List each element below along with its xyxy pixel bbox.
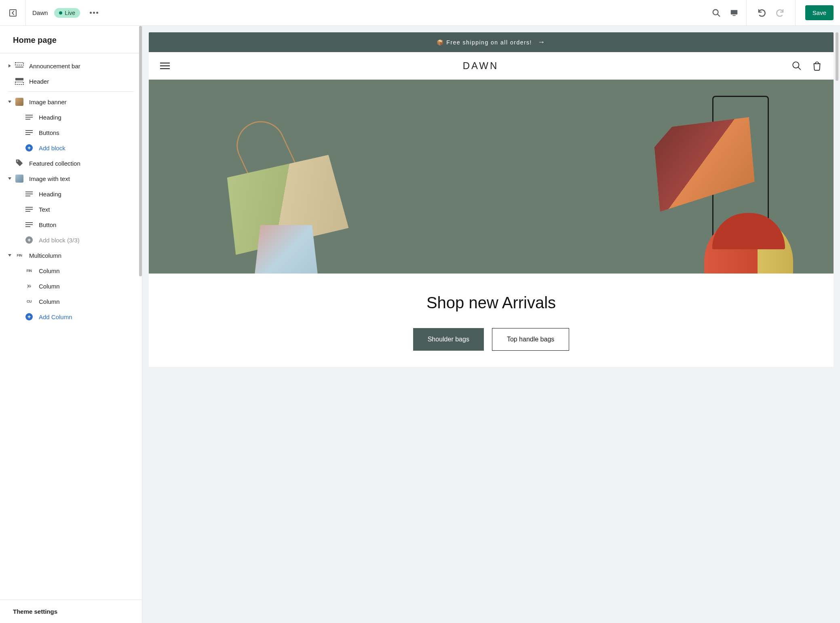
arrow-right-icon: → <box>538 38 546 46</box>
bag-icon <box>812 61 822 71</box>
scrollbar[interactable] <box>139 26 142 276</box>
save-button[interactable]: Save <box>805 5 834 20</box>
header-icon <box>15 77 24 85</box>
preview-frame: 📦 Free shipping on all orders! → DAWN <box>149 32 834 367</box>
desktop-icon <box>730 8 739 17</box>
add-label: Add block <box>39 237 65 244</box>
more-menu-button[interactable] <box>90 12 98 14</box>
block-text[interactable]: Text <box>0 202 142 217</box>
banner-primary-button[interactable]: Shoulder bags <box>413 328 484 351</box>
page-title: Home page <box>0 26 142 53</box>
block-heading[interactable]: Heading <box>0 109 142 125</box>
redo-button[interactable] <box>771 4 789 22</box>
section-label: Announcement bar <box>29 63 135 69</box>
cart-button[interactable] <box>812 61 822 71</box>
column-thumb-icon: )G <box>24 282 34 290</box>
svg-rect-13 <box>25 134 30 135</box>
add-label: Add block <box>39 145 135 152</box>
announcement-text: 📦 Free shipping on all orders! <box>437 39 532 46</box>
block-label: Column <box>39 283 135 290</box>
svg-rect-8 <box>25 115 33 116</box>
block-label: Button <box>39 221 135 228</box>
back-button[interactable] <box>0 0 26 25</box>
section-header[interactable]: Header <box>0 74 142 89</box>
caret-down-icon[interactable] <box>6 177 13 181</box>
block-buttons[interactable]: Buttons <box>0 125 142 140</box>
banner-secondary-button[interactable]: Top handle bags <box>492 328 569 351</box>
section-label: Multicolumn <box>29 252 135 259</box>
section-label: Image with text <box>29 175 135 182</box>
svg-rect-5 <box>15 67 23 67</box>
plus-circle-icon: + <box>24 144 34 152</box>
section-image-banner[interactable]: Image banner <box>0 94 142 109</box>
svg-rect-3 <box>732 15 735 16</box>
block-column[interactable]: CU Column <box>0 294 142 309</box>
block-column[interactable]: )G Column <box>0 278 142 294</box>
block-label: Column <box>39 267 135 274</box>
exit-icon <box>8 8 18 18</box>
section-announcement-bar[interactable]: Announcement bar <box>0 58 142 74</box>
svg-point-24 <box>793 62 799 68</box>
tag-icon <box>15 159 24 167</box>
add-column-button[interactable]: + Add Column <box>0 309 142 324</box>
section-image-with-text[interactable]: Image with text <box>0 171 142 186</box>
block-label: Heading <box>39 114 135 121</box>
section-multicolumn[interactable]: FIN Multicolumn <box>0 248 142 263</box>
image-with-text-icon <box>15 175 24 183</box>
search-button[interactable] <box>707 4 725 22</box>
status-label: Live <box>65 10 75 16</box>
svg-rect-16 <box>25 194 33 194</box>
plus-circle-icon: + <box>24 313 34 321</box>
banner-heading[interactable]: Shop new Arrivals <box>157 294 825 312</box>
store-logo[interactable]: DAWN <box>463 60 498 72</box>
svg-rect-23 <box>25 226 30 227</box>
banner-image <box>149 80 834 274</box>
block-count: (3/3) <box>67 237 80 244</box>
svg-point-14 <box>17 160 18 162</box>
sidebar: Home page Announcement bar <box>0 26 142 623</box>
plus-circle-icon: + <box>24 236 34 244</box>
add-block-button[interactable]: + Add block <box>0 140 142 156</box>
image-banner[interactable] <box>149 80 834 274</box>
add-label: Add Column <box>39 314 135 320</box>
undo-button[interactable] <box>753 4 771 22</box>
text-lines-icon <box>24 190 34 198</box>
scrollbar[interactable] <box>836 32 838 81</box>
svg-rect-21 <box>25 222 33 223</box>
preview-canvas: 📦 Free shipping on all orders! → DAWN <box>142 26 840 623</box>
undo-icon <box>757 8 767 18</box>
announcement-bar[interactable]: 📦 Free shipping on all orders! → <box>149 32 834 52</box>
add-block-disabled: + Add block (3/3) <box>0 232 142 248</box>
viewport-button[interactable] <box>725 4 743 22</box>
block-label: Heading <box>39 191 135 198</box>
svg-rect-10 <box>25 119 30 120</box>
block-label: Buttons <box>39 129 135 136</box>
section-label: Header <box>29 78 135 85</box>
block-label: Text <box>39 206 135 213</box>
svg-rect-17 <box>25 196 30 196</box>
search-icon <box>791 61 802 71</box>
block-button[interactable]: Button <box>0 217 142 232</box>
redo-icon <box>775 8 785 18</box>
block-label: Column <box>39 298 135 305</box>
text-lines-icon <box>24 205 34 213</box>
svg-rect-19 <box>25 209 33 210</box>
svg-rect-2 <box>731 10 738 14</box>
store-search-button[interactable] <box>791 61 802 71</box>
menu-button[interactable] <box>160 63 170 69</box>
text-lines-icon <box>24 128 34 137</box>
block-column[interactable]: FIN Column <box>0 263 142 278</box>
section-featured-collection[interactable]: Featured collection <box>0 156 142 171</box>
section-label: Featured collection <box>29 160 135 167</box>
section-label: Image banner <box>29 99 135 105</box>
svg-rect-12 <box>25 132 33 133</box>
svg-rect-9 <box>25 117 33 118</box>
image-banner-icon <box>15 98 24 106</box>
theme-settings-button[interactable]: Theme settings <box>0 600 142 623</box>
caret-down-icon[interactable] <box>6 100 13 104</box>
svg-rect-22 <box>25 224 33 225</box>
caret-right-icon[interactable] <box>6 64 13 68</box>
store-header: DAWN <box>149 52 834 80</box>
caret-down-icon[interactable] <box>6 253 13 257</box>
block-heading[interactable]: Heading <box>0 186 142 202</box>
